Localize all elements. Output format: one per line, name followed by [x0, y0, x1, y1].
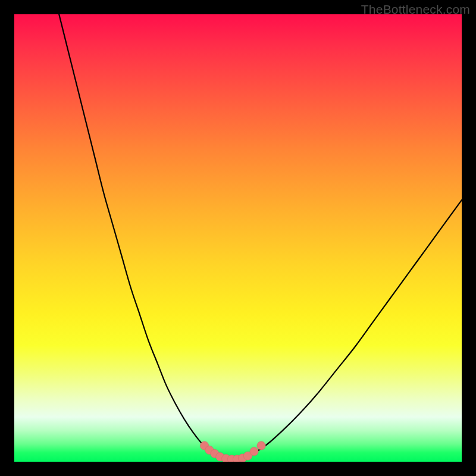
bottleneck-curve [59, 14, 462, 460]
marker-dot [257, 441, 265, 450]
curve-layer [14, 14, 462, 462]
optimal-range-markers [200, 441, 265, 462]
watermark-text: TheBottleneck.com [361, 2, 470, 17]
chart-stage: TheBottleneck.com [0, 0, 476, 476]
plot-area [14, 14, 462, 462]
marker-dot [250, 447, 258, 456]
